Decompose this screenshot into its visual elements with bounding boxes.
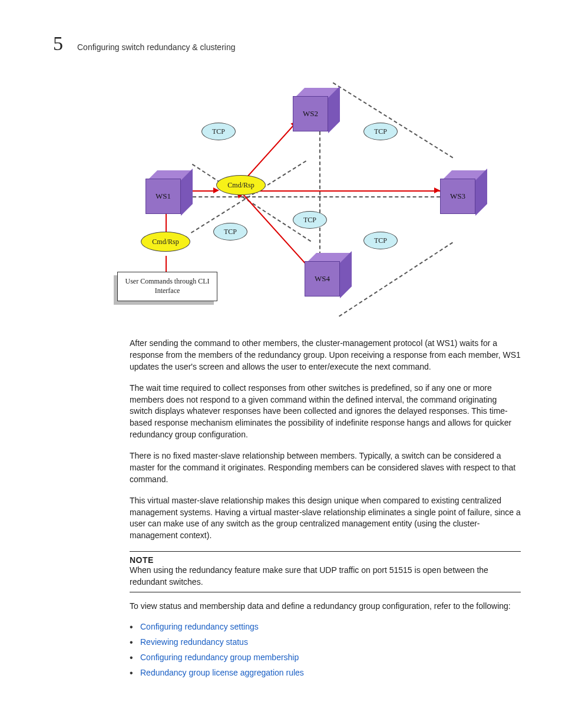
link-license-aggregation[interactable]: Redundancy group license aggregation rul…	[140, 668, 304, 677]
tcp-label: TCP	[303, 216, 316, 225]
ws3-label: WS3	[450, 192, 465, 201]
cli-box-label: User Commands through CLI Interface	[120, 277, 214, 295]
paragraph: The wait time required to collect respon…	[130, 383, 521, 441]
ws2-node: WS2	[293, 96, 328, 131]
ws4-label: WS4	[315, 274, 330, 284]
link-redundancy-settings[interactable]: Configuring redundancy settings	[140, 622, 259, 631]
cmdrsp-label: Cmd/Rsp	[152, 238, 178, 246]
tcp-oval: TCP	[363, 232, 398, 249]
section-title: Configuring switch redundancy & clusteri…	[77, 42, 235, 52]
network-diagram: TCP TCP TCP TCP TCP Cmd/Rsp Cmd/Rsp WS1 …	[104, 78, 481, 320]
paragraph: There is no fixed master-slave relations…	[130, 450, 521, 486]
link-redundancy-status[interactable]: Reviewing redundancy status	[140, 637, 248, 647]
paragraph: After sending the command to other membe…	[130, 338, 521, 373]
list-item: Configuring redundancy settings	[140, 622, 521, 631]
ws1-label: WS1	[156, 192, 171, 201]
list-item: Configuring redundancy group membership	[140, 653, 521, 662]
link-group-membership[interactable]: Configuring redundancy group membership	[140, 653, 299, 662]
note-label: NOTE	[130, 555, 521, 565]
cli-box: User Commands through CLI Interface	[117, 272, 217, 301]
cmdrsp-oval: Cmd/Rsp	[216, 175, 266, 195]
tcp-oval: TCP	[293, 211, 327, 229]
cmdrsp-label: Cmd/Rsp	[227, 181, 254, 190]
body-content: After sending the command to other membe…	[53, 338, 533, 677]
ws4-node: WS4	[305, 261, 340, 297]
tcp-label: TCP	[374, 127, 387, 136]
tcp-oval: TCP	[201, 123, 236, 140]
followup-text: To view status and membership data and d…	[130, 601, 521, 612]
cmdrsp-oval: Cmd/Rsp	[141, 232, 190, 252]
tcp-label: TCP	[212, 127, 225, 136]
link-list: Configuring redundancy settings Reviewin…	[130, 622, 521, 677]
tcp-label: TCP	[374, 236, 387, 245]
ws1-node: WS1	[146, 179, 181, 214]
note-text: When using the redundancy feature make s…	[130, 565, 521, 588]
chapter-number: 5	[53, 32, 63, 55]
paragraph: This virtual master-slave relationship m…	[130, 495, 521, 542]
list-item: Reviewing redundancy status	[140, 637, 521, 647]
list-item: Redundancy group license aggregation rul…	[140, 668, 521, 677]
ws3-node: WS3	[440, 179, 475, 214]
tcp-oval: TCP	[363, 123, 398, 140]
tcp-label: TCP	[224, 228, 237, 236]
note-rule-top	[130, 551, 521, 552]
page-header: 5 Configuring switch redundancy & cluste…	[53, 32, 533, 55]
ws2-label: WS2	[303, 109, 318, 118]
note-rule-bottom	[130, 592, 521, 592]
tcp-oval: TCP	[213, 223, 247, 241]
